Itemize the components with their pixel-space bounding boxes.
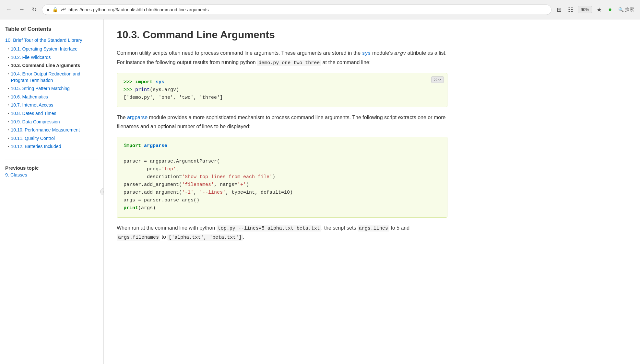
prompt-1: >>> (124, 79, 135, 85)
prompt-2: >>> (124, 87, 135, 93)
star-icon[interactable]: ★ (595, 5, 604, 15)
toc-bullet-icon: ▪ (8, 55, 9, 60)
import-keyword-2: import (124, 143, 141, 149)
nargs-val: '+' (237, 182, 246, 188)
grid-icon[interactable]: ⊞ (555, 5, 563, 15)
toppy-inline: top.py --lines=5 alpha.txt beta.txt (217, 225, 321, 232)
toc-item: ▪10.6. Mathematics (8, 94, 98, 100)
toc-link[interactable]: 10.2. File Wildcards (11, 54, 51, 61)
toc-link[interactable]: 10.8. Dates and Times (11, 110, 56, 117)
code-output-1: ['demo.py', 'one', 'two', 'three'] (124, 94, 441, 102)
toc-bullet-icon: ▪ (8, 95, 9, 99)
prev-topic-label: Previous topic (5, 165, 98, 171)
args-filenames-inline: args.filenames (117, 234, 160, 241)
argparse-link[interactable]: argparse (127, 115, 148, 120)
url-display: https://docs.python.org/3/tutorial/stdli… (68, 7, 547, 12)
search-icon: 🔍 (618, 7, 624, 12)
toc-link[interactable]: 10.3. Command Line Arguments (11, 63, 80, 69)
collapse-sidebar-button[interactable]: « (100, 188, 104, 195)
prog-val: 'top' (161, 166, 176, 172)
toc-link[interactable]: 10.12. Batteries Included (11, 143, 61, 150)
code-line-add-arg1: parser.add_argument('filenames', nargs='… (124, 181, 441, 189)
print-keyword-2: print (124, 205, 138, 211)
indent-2 (124, 174, 147, 180)
address-bar[interactable]: ● 🔒 ☍ https://docs.python.org/3/tutorial… (42, 5, 551, 15)
toc-link[interactable]: 10.1. Operating System Interface (11, 46, 77, 52)
toc-section-link[interactable]: 10. Brief Tour of the Standard Library (5, 37, 98, 43)
filenames-list-inline: ['alpha.txt', 'beta.txt'] (167, 234, 243, 241)
prog-comma: , (176, 166, 179, 172)
toc-item: ▪10.7. Internet Access (8, 102, 98, 108)
toc-item: ▪10.12. Batteries Included (8, 143, 98, 150)
sys-inline-code: sys (362, 51, 371, 56)
print-args-1: (sys.argv) (150, 87, 179, 93)
desc-key: description= (147, 174, 182, 180)
desc-val: 'Show top lines from each file' (182, 174, 272, 180)
para2-text2: module provides a more sophisticated mec… (117, 115, 445, 129)
arg1-val: 'filenames' (182, 182, 214, 188)
argv-em: argv (394, 51, 406, 56)
toc-item: ▪10.4. Error Output Redirection and Prog… (8, 71, 98, 84)
argparse-module: argparse (144, 143, 167, 149)
toc-list: ▪10.1. Operating System Interface▪10.2. … (8, 46, 98, 150)
output-text-1: ['demo.py', 'one', 'two', 'three'] (124, 95, 223, 100)
code-line-parser: parser = argparse.ArgumentParser( (124, 158, 441, 165)
toc-bullet-icon: ▪ (8, 103, 9, 107)
toc-title: Table of Contents (5, 26, 98, 32)
forward-button[interactable]: → (17, 5, 27, 14)
toc-bullet-icon: ▪ (8, 86, 9, 91)
code-block-1: >>> >>> import sys >>> print(sys.argv) [… (117, 73, 447, 107)
profile-icon[interactable]: ● (606, 5, 614, 14)
parser-text: parser = argparse.ArgumentParser( (124, 159, 220, 164)
code-line-prog: prog='top', (124, 165, 441, 173)
copy-button-1[interactable]: >>> (431, 76, 444, 83)
code-line-print: print(args) (124, 204, 441, 212)
toolbar-icons: ⊞ ☷ 90% ★ ● 🔍 搜索 (555, 5, 636, 15)
lock-icon: 🔒 (52, 7, 58, 13)
toc-link[interactable]: 10.6. Mathematics (11, 94, 48, 100)
code-line-2: >>> print(sys.argv) (124, 86, 441, 94)
toc-item: ▪10.10. Performance Measurement (8, 127, 98, 133)
back-button[interactable]: ← (4, 5, 14, 14)
toc-bullet-icon: ▪ (8, 47, 9, 51)
reader-icon[interactable]: ☷ (566, 5, 575, 15)
toc-link[interactable]: 10.11. Quality Control (11, 135, 55, 142)
para1-text2: module's (371, 50, 394, 56)
toc-link[interactable]: 10.5. String Pattern Matching (11, 85, 70, 92)
prog-key: prog= (147, 166, 161, 172)
toc-bullet-icon: ▪ (8, 111, 9, 116)
toc-bullet-icon: ▪ (8, 119, 9, 124)
code-line-desc: description='Show top lines from each fi… (124, 173, 441, 181)
args-lines-inline: args.lines (358, 225, 389, 232)
para2-text1: The (117, 115, 127, 120)
print-builtin-1: print (135, 87, 150, 93)
search-button[interactable]: 🔍 搜索 (616, 6, 636, 14)
prev-topic-link[interactable]: 9. Classes (5, 172, 27, 177)
arg2-val1: '-l' (182, 190, 194, 195)
search-label: 搜索 (625, 7, 634, 13)
toc-item: ▪10.2. File Wildcards (8, 54, 98, 61)
para2: The argparse module provides a more soph… (117, 113, 447, 131)
sys-module: sys (156, 79, 164, 85)
code-block-2: import argparse parser = argparse.Argume… (117, 137, 447, 218)
toc-link[interactable]: 10.7. Internet Access (11, 102, 53, 108)
toc-link[interactable]: 10.4. Error Output Redirection and Progr… (11, 71, 98, 84)
intro-paragraph: Common utility scripts often need to pro… (117, 49, 447, 67)
para3: When run at the command line with python… (117, 223, 447, 242)
zoom-badge[interactable]: 90% (578, 6, 592, 13)
desc-close: ) (272, 174, 275, 180)
share-icon: ☍ (61, 7, 66, 13)
code-line-add-arg2: parser.add_argument('-l', '--lines', typ… (124, 189, 441, 197)
toc-link[interactable]: 10.10. Performance Measurement (11, 127, 80, 133)
toc-bullet-icon: ▪ (8, 128, 9, 132)
shield-icon: ● (47, 7, 50, 12)
toc-link[interactable]: 10.9. Data Compression (11, 119, 60, 125)
toc-bullet-icon: ▪ (8, 63, 9, 68)
sidebar: Table of Contents 10. Brief Tour of the … (0, 19, 104, 364)
indent-1 (124, 166, 147, 172)
demo-inline-code: demo.py one two three (257, 60, 321, 66)
reload-button[interactable]: ↻ (30, 5, 39, 15)
arg2-val2: '--lines' (199, 190, 226, 195)
toc-item: ▪10.5. String Pattern Matching (8, 85, 98, 92)
browser-chrome: ← → ↻ ● 🔒 ☍ https://docs.python.org/3/tu… (0, 0, 640, 19)
